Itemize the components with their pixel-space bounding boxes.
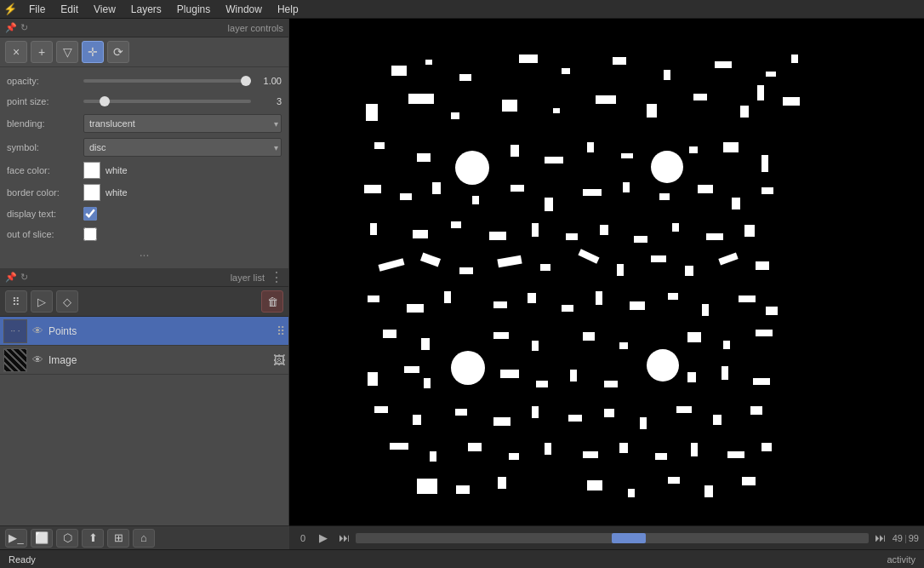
shape-20 [783,97,800,106]
shape-68 [493,301,507,308]
point-size-label: point size: [7,96,83,106]
shape-70 [562,305,573,312]
shape-114 [655,453,667,460]
home-icon: ⌂ [140,531,147,544]
filter-button[interactable]: ▽ [56,41,78,63]
shape-67 [444,291,451,303]
border-color-swatch[interactable] [83,184,100,201]
shape-2 [425,60,432,65]
menu-help[interactable]: Help [271,2,305,17]
plus-icon: + [38,45,45,59]
canvas-area[interactable] [289,19,924,542]
display-text-checkbox[interactable] [83,207,97,221]
shape-90 [536,381,548,387]
upload-button[interactable]: ⬆ [82,529,104,548]
status-ready-text: Ready [9,554,36,565]
symbol-select[interactable]: disc ring square diamond cross [83,138,282,157]
shape-1 [391,66,407,76]
eye-icon-points[interactable]: 👁 [32,324,43,337]
play-button[interactable]: ▶ [315,530,332,547]
timeline-end-button[interactable]: ⏭ [872,530,889,547]
out-of-slice-checkbox[interactable] [83,227,97,241]
shape-62 [685,266,693,276]
shape-92 [604,381,618,387]
shape-109 [468,443,482,451]
menu-plugins[interactable]: Plugins [170,2,217,17]
timeline-thumb[interactable] [612,533,646,543]
move-button[interactable]: ✛ [82,41,104,63]
rotate-icon: ⟳ [113,45,123,59]
shape-49 [600,225,608,235]
opacity-value: 1.00 [256,76,282,86]
menu-window[interactable]: Window [219,2,269,17]
blending-select[interactable]: translucent opaque additive minimum maxi… [83,114,282,133]
big-circle-4 [647,349,679,382]
layers-list: ·· · 👁 Points ⠿ 👁 Image 🖼 [0,317,288,542]
shapes-icon: ▷ [37,295,46,308]
menu-file[interactable]: File [22,2,52,17]
menu-icon: ⚡ [3,3,17,15]
pin-icon-2: 📌 [5,272,17,283]
shape-53 [744,225,755,237]
shape-112 [583,451,598,458]
shape-63 [718,252,738,265]
terminal-button[interactable]: ▶_ [5,529,27,548]
menu-layers[interactable]: Layers [124,2,168,17]
total-frames: 99 [909,533,919,543]
shape-100 [532,406,539,418]
shape-56 [459,267,473,274]
shape-26 [587,142,594,152]
labels-tool-button[interactable]: ◇ [56,290,78,313]
labels-icon: ◇ [63,295,71,308]
shapes-tool-button[interactable]: ▷ [31,290,53,313]
shape-111 [545,443,551,455]
timeline-track[interactable] [356,533,869,543]
menu-view[interactable]: View [87,2,123,17]
shape-78 [421,338,430,350]
shape-46 [489,232,506,240]
blending-label: blending: [7,118,83,129]
shape-99 [493,417,510,426]
shape-117 [761,443,772,451]
close-layer-button[interactable]: × [5,41,27,63]
shape-77 [383,330,396,338]
rotate-button[interactable]: ⟳ [107,41,129,63]
layer-controls-title: layer controls [28,23,283,33]
point-size-slider[interactable] [83,100,251,103]
cube-button[interactable]: ⬡ [56,529,78,548]
skip-end-icon: ⏭ [339,531,350,544]
grid-button[interactable]: ⊞ [107,529,129,548]
shape-38 [623,182,630,192]
home-button[interactable]: ⌂ [133,529,155,548]
shape-81 [583,332,595,341]
refresh-icon-2: ↻ [20,272,28,283]
shape-121 [587,480,602,491]
shape-69 [528,293,536,303]
window-button[interactable]: ⬜ [31,529,53,548]
shape-54 [378,258,404,271]
shape-115 [691,443,698,456]
border-color-label: border color: [7,187,83,198]
opacity-slider[interactable] [83,79,251,83]
shape-61 [651,255,666,262]
delete-layer-button[interactable]: 🗑 [261,290,283,313]
menu-edit[interactable]: Edit [54,2,85,17]
shape-10 [791,55,798,63]
shape-110 [509,453,519,460]
shape-72 [630,301,645,310]
skip-end-button[interactable]: ⏭ [335,530,352,547]
add-layer-button[interactable]: + [31,41,53,63]
shape-107 [390,443,408,450]
refresh-icon: ↻ [20,22,28,33]
shape-39 [659,193,670,200]
layer-item-image[interactable]: 👁 Image 🖼 [0,346,288,375]
shape-93 [687,372,696,382]
eye-icon-image[interactable]: 👁 [32,353,43,366]
symbol-label: symbol: [7,142,83,152]
shape-58 [540,264,550,271]
face-color-swatch[interactable] [83,162,100,179]
shape-95 [753,378,770,385]
layer-list-menu-icon[interactable]: ⋮ [270,269,283,285]
layer-item-points[interactable]: ·· · 👁 Points ⠿ [0,317,288,346]
points-tool-button[interactable]: ⠿ [5,290,27,313]
